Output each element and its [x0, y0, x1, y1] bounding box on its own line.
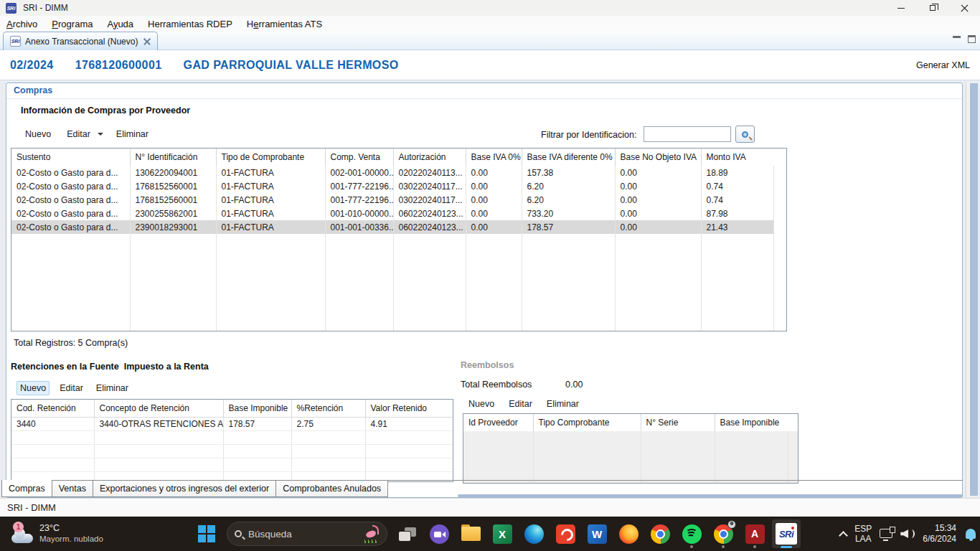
- eliminar-button[interactable]: Eliminar: [544, 397, 582, 410]
- editar-button[interactable]: Editar: [64, 128, 93, 141]
- taskbar-icon-task-view[interactable]: [393, 519, 422, 548]
- empty-cell: [788, 458, 798, 472]
- taskbar-icon-chrome[interactable]: [646, 519, 674, 548]
- empty-cell: [130, 329, 216, 331]
- editar-button[interactable]: Editar: [57, 382, 86, 395]
- nuevo-button[interactable]: Nuevo: [466, 397, 497, 410]
- nuevo-button[interactable]: Nuevo: [17, 381, 50, 395]
- table-row[interactable]: 02-Costo o Gasto para d... 1306220094001…: [11, 166, 786, 179]
- column-header[interactable]: Cod. Retención: [11, 400, 94, 417]
- filter-search-button[interactable]: [735, 126, 755, 143]
- editar-button[interactable]: Editar: [506, 397, 535, 410]
- column-header[interactable]: Valor Retenido: [365, 400, 453, 417]
- taskbar-search[interactable]: Búsqueda: [227, 522, 387, 546]
- language-indicator[interactable]: ESP LAA: [854, 524, 872, 544]
- window-title: SRI - DIMM: [23, 3, 68, 13]
- column-header[interactable]: N° Serie: [641, 414, 715, 431]
- minimize-view-icon[interactable]: [953, 35, 961, 38]
- taskbar-icon-clipchamp[interactable]: [425, 519, 453, 548]
- column-header[interactable]: Base IVA diferente 0%: [522, 149, 615, 166]
- bottom-tab-label: Comprobantes Anulados: [283, 484, 381, 494]
- table-row[interactable]: 3440 3440-OTRAS RETENCIONES A... 178.57 …: [11, 417, 453, 430]
- bottom-tab[interactable]: Exportaciones y otros ingresos del exter…: [93, 481, 276, 497]
- column-header[interactable]: Tipo Comprobante: [533, 414, 641, 431]
- column-header[interactable]: Concepto de Retención: [94, 400, 223, 417]
- running-indicator: [753, 545, 756, 548]
- reembolsos-toolbar: Nuevo Editar Eliminar: [466, 397, 582, 410]
- tab-anexo-transaccional[interactable]: SRi Anexo Transaccional (Nuevo): [3, 32, 158, 50]
- volume-icon[interactable]: [900, 528, 915, 540]
- menu-item[interactable]: Herramientas RDEP: [143, 19, 237, 29]
- empty-cell: [773, 234, 786, 248]
- window-titlebar: SRi SRI - DIMM: [0, 0, 980, 16]
- cell-base-iva-0: 0.00: [466, 166, 522, 179]
- clock[interactable]: 15:34 6/6/2024: [923, 523, 956, 545]
- empty-cell: [11, 316, 130, 329]
- column-header[interactable]: Tipo de Comprobante: [216, 149, 325, 166]
- column-header[interactable]: Base Imponible: [223, 400, 291, 417]
- vertical-scrollbar[interactable]: [966, 83, 978, 497]
- compras-table-body: 02-Costo o Gasto para d... 1306220094001…: [11, 166, 786, 331]
- bottom-tab[interactable]: Ventas: [52, 481, 93, 497]
- cell-comp-venta: 002-001-00000...: [325, 166, 393, 179]
- generate-xml-button[interactable]: Generar XML: [916, 60, 970, 70]
- taskbar-icon-spotify[interactable]: [677, 519, 706, 548]
- taskbar-icon-acrobat[interactable]: A: [740, 519, 769, 548]
- column-header[interactable]: Base Imponible: [715, 414, 788, 431]
- taskbar-icon-pdf-app[interactable]: [551, 519, 580, 548]
- bottom-tab[interactable]: Comprobantes Anulados: [275, 481, 388, 497]
- nuevo-button[interactable]: Nuevo: [22, 128, 54, 141]
- close-button[interactable]: [948, 0, 980, 16]
- table-row[interactable]: 02-Costo o Gasto para d... 2390018293001…: [11, 220, 786, 234]
- weather-widget[interactable]: 1 23°C Mayorm. nublado: [7, 519, 108, 548]
- eliminar-button[interactable]: Eliminar: [113, 128, 151, 141]
- column-header[interactable]: Monto IVA: [701, 149, 773, 166]
- maximize-view-icon[interactable]: [968, 35, 976, 43]
- column-header[interactable]: N° Identificación: [130, 149, 216, 166]
- taskbar-icon-file-explorer[interactable]: [456, 519, 485, 548]
- column-header[interactable]: Autorización: [393, 149, 466, 166]
- tab-close-icon[interactable]: [143, 38, 151, 45]
- empty-cell: [773, 329, 786, 331]
- start-button[interactable]: [192, 519, 221, 548]
- tray-expand-icon[interactable]: [839, 531, 848, 540]
- menu-item[interactable]: Archivo: [1, 19, 42, 29]
- edge-icon: [524, 524, 544, 544]
- taskbar-icon-chrome-profile[interactable]: [709, 519, 738, 548]
- scrollbar-thumb[interactable]: [970, 83, 978, 496]
- taskbar-icon-sri-dimm[interactable]: SRi: [772, 519, 801, 548]
- menu-item[interactable]: Ayuda: [102, 19, 138, 29]
- taskbar-icon-excel[interactable]: X: [488, 519, 517, 548]
- column-header[interactable]: Base IVA 0%: [466, 149, 522, 166]
- table-row[interactable]: 02-Costo o Gasto para d... 1768152560001…: [11, 179, 786, 193]
- empty-cell: [11, 302, 130, 316]
- empty-cell: [223, 444, 291, 458]
- cell-comp-venta: 001-010-00000...: [325, 207, 393, 220]
- filter-input[interactable]: [644, 126, 731, 142]
- menu-item-mnemonic: P: [52, 19, 58, 29]
- menu-item[interactable]: Herramientas ATS: [242, 19, 327, 29]
- column-header[interactable]: Base No Objeto IVA: [615, 149, 701, 166]
- taskbar-icon-edge[interactable]: [519, 519, 548, 548]
- minimize-button[interactable]: [885, 0, 917, 16]
- menu-item[interactable]: Programa: [47, 19, 98, 29]
- table-row[interactable]: 02-Costo o Gasto para d... 1768152560001…: [11, 193, 786, 207]
- eliminar-button[interactable]: Eliminar: [93, 382, 131, 395]
- date: 6/6/2024: [923, 534, 956, 545]
- empty-row: [11, 329, 786, 331]
- bottom-tab[interactable]: Compras: [1, 481, 52, 497]
- empty-cell: [466, 275, 522, 288]
- taskbar-icon-firefox[interactable]: [614, 519, 643, 548]
- empty-row: [11, 261, 786, 275]
- column-header[interactable]: Comp. Venta: [325, 149, 393, 166]
- table-row[interactable]: 02-Costo o Gasto para d... 2300255862001…: [11, 207, 786, 220]
- retenciones-header-row: Cod. RetenciónConcepto de RetenciónBase …: [11, 400, 453, 417]
- taskbar-icon-word[interactable]: W: [583, 519, 611, 548]
- column-header[interactable]: %Retención: [291, 400, 365, 417]
- restore-button[interactable]: [917, 0, 948, 16]
- column-header[interactable]: Id Proveedor: [463, 414, 533, 431]
- network-icon[interactable]: [880, 529, 892, 538]
- column-header[interactable]: Sustento: [11, 149, 130, 166]
- notifications-bell-icon[interactable]: [966, 529, 976, 539]
- editar-dropdown-icon[interactable]: [98, 133, 103, 136]
